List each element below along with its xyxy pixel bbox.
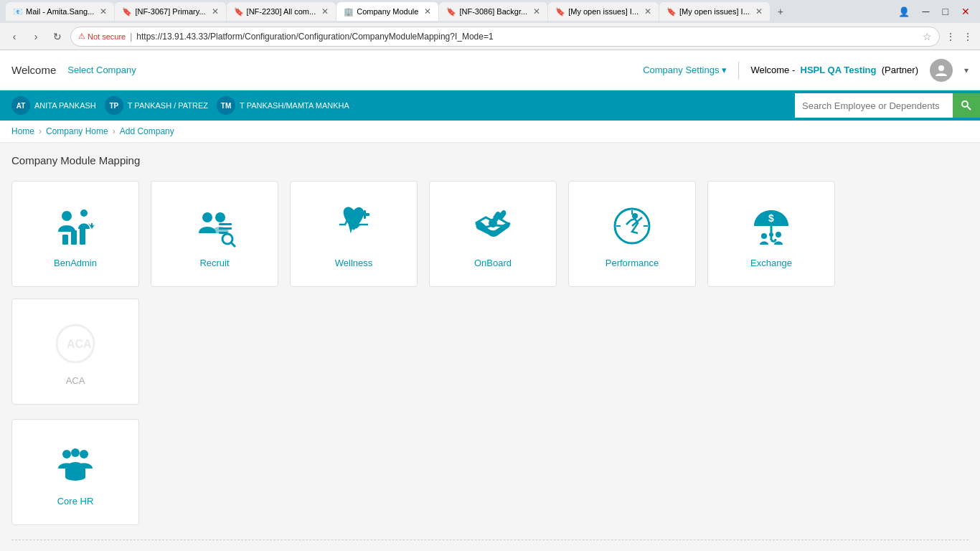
separator: | bbox=[130, 32, 132, 42]
user-chips: AT ANITA PANKASH TP T PANKASH / PATREZ T… bbox=[11, 96, 349, 115]
svg-point-29 bbox=[776, 232, 781, 237]
module-label-aca: ACA bbox=[66, 375, 85, 386]
address-bar[interactable]: https://13.91.43.33/Platform/Configurati… bbox=[136, 32, 918, 42]
svg-point-10 bbox=[202, 212, 212, 222]
wellness-icon bbox=[328, 200, 380, 252]
company-settings-button[interactable]: Company Settings ▾ bbox=[643, 65, 727, 75]
welcome-user-text: Welcome - HSPL QA Testing (Partner) bbox=[750, 65, 918, 75]
user-dropdown-arrow[interactable]: ▾ bbox=[964, 65, 969, 75]
module-card-exchange[interactable]: $ Exchange bbox=[707, 181, 835, 287]
svg-rect-6 bbox=[71, 230, 77, 245]
tab-close-2[interactable]: ✕ bbox=[212, 6, 219, 17]
profile-icon[interactable]: 👤 bbox=[894, 5, 914, 19]
minimize-button[interactable]: ─ bbox=[918, 4, 934, 19]
svg-point-30 bbox=[769, 232, 773, 237]
user-chip-avatar-2: TP bbox=[105, 96, 123, 115]
welcome-label: Welcome bbox=[11, 64, 56, 76]
teal-nav-strip: AT ANITA PANKASH TP T PANKASH / PATREZ T… bbox=[0, 90, 980, 121]
module-card-recruit[interactable]: Recruit bbox=[151, 181, 278, 287]
user-chip-2[interactable]: TP T PANKASH / PATREZ bbox=[105, 96, 208, 115]
reload-button[interactable]: ↻ bbox=[49, 28, 66, 45]
svg-rect-7 bbox=[80, 226, 85, 245]
search-button[interactable] bbox=[953, 93, 980, 118]
performance-icon bbox=[606, 200, 658, 252]
module-label-wellness: Wellness bbox=[335, 258, 373, 268]
active-tab-label: Company Module bbox=[357, 7, 418, 16]
exchange-icon: $ bbox=[745, 200, 797, 252]
user-chip-3[interactable]: TM T PANKASH/MAMTA MANKHA bbox=[217, 96, 349, 115]
new-tab-button[interactable]: + bbox=[771, 2, 791, 21]
tab-close-5[interactable]: ✕ bbox=[533, 6, 540, 17]
module-card-corehr[interactable]: Core HR bbox=[11, 419, 139, 525]
svg-rect-5 bbox=[62, 235, 68, 245]
svg-point-15 bbox=[222, 234, 232, 244]
svg-point-34 bbox=[71, 448, 80, 457]
breadcrumb-add-company[interactable]: Add Company bbox=[120, 126, 174, 136]
forward-button[interactable]: › bbox=[27, 28, 44, 45]
svg-rect-12 bbox=[219, 223, 232, 225]
breadcrumb: Home › Company Home › Add Company bbox=[0, 121, 980, 143]
svg-point-40 bbox=[65, 465, 85, 472]
search-input[interactable] bbox=[795, 93, 953, 118]
svg-rect-18 bbox=[360, 213, 369, 216]
svg-point-11 bbox=[215, 212, 225, 222]
module-label-exchange: Exchange bbox=[750, 258, 792, 268]
onboard-icon bbox=[467, 200, 519, 252]
svg-point-0 bbox=[938, 65, 944, 71]
browser-tab-4-active[interactable]: 🏢 Company Module ✕ bbox=[336, 2, 438, 21]
page-content: Company Module Mapping bbox=[0, 143, 980, 551]
module-card-aca[interactable]: ACA ACA bbox=[11, 298, 139, 405]
svg-point-35 bbox=[80, 450, 88, 458]
breadcrumb-sep-2: › bbox=[113, 126, 116, 136]
tab-close-7[interactable]: ✕ bbox=[755, 6, 763, 17]
security-warning: ⚠ Not secure bbox=[78, 32, 126, 41]
browser-tab-7[interactable]: 🔖 [My open issues] I... ✕ bbox=[659, 2, 770, 21]
module-grid: BenAdmin Recru bbox=[11, 181, 969, 405]
back-button[interactable]: ‹ bbox=[6, 28, 23, 45]
module-card-wellness[interactable]: Wellness bbox=[290, 181, 418, 287]
module-label-onboard: OnBoard bbox=[474, 258, 512, 268]
header-divider bbox=[738, 62, 739, 79]
user-chip-avatar-1: AT bbox=[11, 96, 30, 115]
close-button[interactable]: ✕ bbox=[957, 4, 974, 19]
module-grid-row2: Core HR bbox=[11, 419, 969, 525]
browser-tab-5[interactable]: 🔖 [NF-3086] Backgr... ✕ bbox=[439, 2, 547, 21]
bookmark-icon[interactable]: ☆ bbox=[923, 31, 932, 42]
breadcrumb-home[interactable]: Home bbox=[11, 126, 34, 136]
tab-close-1[interactable]: ✕ bbox=[100, 6, 107, 17]
tab-close-6[interactable]: ✕ bbox=[644, 6, 651, 17]
svg-point-28 bbox=[761, 233, 767, 239]
app-header: Welcome Select Company Company Settings … bbox=[0, 50, 980, 90]
select-company-link[interactable]: Select Company bbox=[67, 65, 136, 75]
svg-text:ACA: ACA bbox=[67, 338, 92, 350]
tab-close-4[interactable]: ✕ bbox=[424, 6, 431, 17]
breadcrumb-company-home[interactable]: Company Home bbox=[46, 126, 108, 136]
module-label-corehr: Core HR bbox=[57, 496, 94, 507]
svg-rect-13 bbox=[219, 227, 232, 230]
recruit-icon bbox=[189, 200, 240, 252]
user-chip-1[interactable]: AT ANITA PANKASH bbox=[11, 96, 96, 115]
module-card-performance[interactable]: Performance bbox=[568, 181, 696, 287]
breadcrumb-sep-1: › bbox=[39, 126, 42, 136]
browser-tab-6[interactable]: 🔖 [My open issues] I... ✕ bbox=[548, 2, 659, 21]
search-overlay bbox=[795, 90, 980, 121]
module-card-onboard[interactable]: OnBoard bbox=[429, 181, 557, 287]
user-avatar[interactable] bbox=[930, 59, 953, 82]
svg-line-16 bbox=[231, 242, 235, 247]
svg-point-1 bbox=[962, 101, 968, 107]
settings-icon[interactable]: ⋮ bbox=[961, 29, 974, 44]
warning-icon: ⚠ bbox=[78, 32, 85, 41]
maximize-button[interactable]: □ bbox=[938, 4, 953, 19]
svg-point-33 bbox=[62, 450, 71, 458]
extensions-icon[interactable]: ⋮ bbox=[944, 29, 957, 44]
browser-tab-3[interactable]: 🔖 [NF-2230] All com... ✕ bbox=[227, 2, 336, 21]
browser-tab-1[interactable]: 📧 Mail - Amita.Sang... ✕ bbox=[6, 2, 114, 21]
corehr-icon bbox=[50, 438, 101, 490]
tab-close-3[interactable]: ✕ bbox=[321, 6, 329, 17]
chevron-down-icon: ▾ bbox=[722, 65, 727, 75]
content-divider bbox=[11, 540, 969, 540]
aca-icon: ACA bbox=[50, 318, 101, 369]
user-chip-avatar-3: TM bbox=[217, 96, 235, 115]
module-card-benadmin[interactable]: BenAdmin bbox=[11, 181, 139, 287]
browser-tab-2[interactable]: 🔖 [NF-3067] Primary... ✕ bbox=[115, 2, 225, 21]
